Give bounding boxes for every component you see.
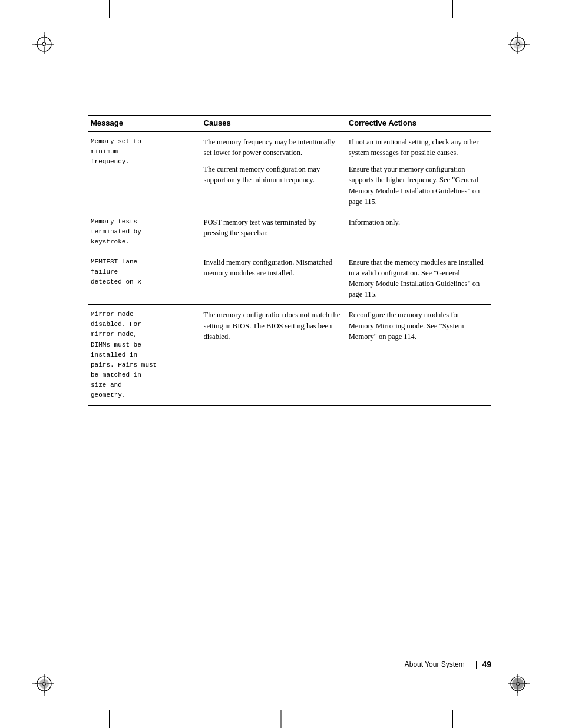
- tick-right-bottom: [544, 610, 562, 610]
- svg-point-1: [42, 42, 46, 46]
- cell-message: Memory set tominimumfrequency.: [88, 131, 201, 212]
- corner-mark-bl: [32, 660, 68, 696]
- tick-right-top: [544, 230, 562, 230]
- table-row: Memory teststerminated bykeystroke.POST …: [88, 212, 491, 252]
- cell-causes: The memory frequency may be intentionall…: [201, 131, 346, 212]
- corner-mark-tr: [494, 32, 530, 68]
- tick-left-bottom: [0, 610, 18, 610]
- page-footer: About Your System | 49: [88, 660, 491, 669]
- svg-point-34: [512, 678, 524, 690]
- cell-message: Memory teststerminated bykeystroke.: [88, 212, 201, 252]
- cell-causes: Invalid memory configuration. Mismatched…: [201, 252, 346, 305]
- table-header-row: Message Causes Corrective Actions: [88, 116, 491, 131]
- tick-bottom-left: [109, 710, 110, 728]
- footer-page-number: 49: [482, 660, 491, 669]
- system-messages-table: Message Causes Corrective Actions Memory…: [88, 115, 491, 406]
- tick-top-right: [452, 0, 453, 18]
- cell-actions: If not an intentional setting, check any…: [346, 131, 491, 212]
- cell-message: MEMTEST lanefailuredetected on x: [88, 252, 201, 305]
- table-row: Mirror modedisabled. Formirror mode,DIMM…: [88, 305, 491, 405]
- cell-causes: The memory configuration does not match …: [201, 305, 346, 405]
- table-row: MEMTEST lanefailuredetected on xInvalid …: [88, 252, 491, 305]
- table-row: Memory set tominimumfrequency.The memory…: [88, 131, 491, 212]
- tick-bottom-right: [452, 710, 453, 728]
- header-message: Message: [88, 116, 201, 131]
- svg-point-16: [513, 39, 523, 49]
- cell-actions: Ensure that the memory modules are insta…: [346, 252, 491, 305]
- main-content: Message Causes Corrective Actions Memory…: [88, 115, 491, 640]
- header-actions: Corrective Actions: [346, 116, 491, 131]
- header-causes: Causes: [201, 116, 346, 131]
- cell-causes: POST memory test was terminated by press…: [201, 212, 346, 252]
- tick-bottom-center: [281, 710, 282, 728]
- cell-message: Mirror modedisabled. Formirror mode,DIMM…: [88, 305, 201, 405]
- corner-mark-tl: [32, 32, 68, 68]
- svg-point-25: [39, 679, 49, 689]
- tick-left-top: [0, 230, 18, 230]
- corner-mark-br: [494, 660, 530, 696]
- footer-separator: |: [475, 660, 478, 669]
- tick-top-left: [109, 0, 110, 18]
- cell-actions: Reconfigure the memory modules for Memor…: [346, 305, 491, 405]
- cell-actions: Information only.: [346, 212, 491, 252]
- footer-section-label: About Your System: [405, 660, 465, 668]
- page: Message Causes Corrective Actions Memory…: [0, 0, 562, 728]
